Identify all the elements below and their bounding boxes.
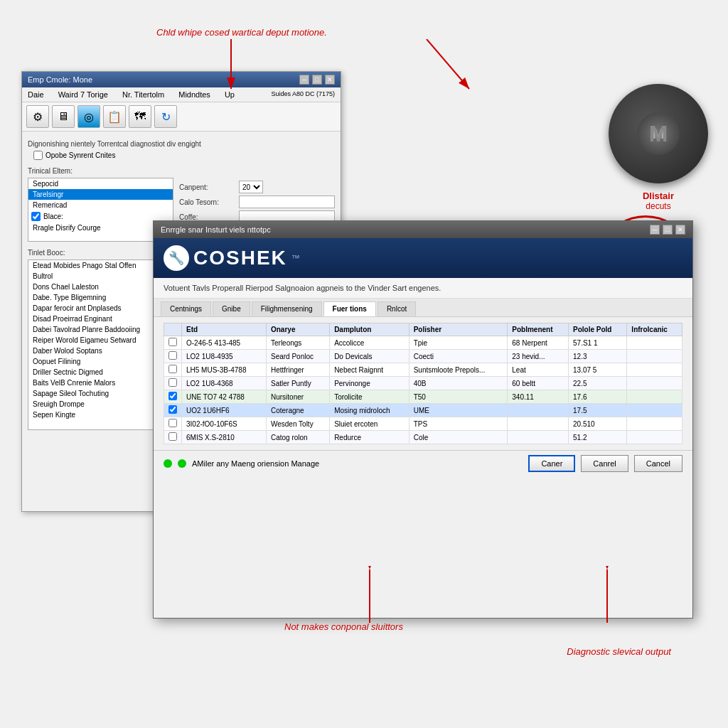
bottom-annotation-1: Not makes conponal sluittors	[284, 621, 403, 632]
cell-polisher-6: TPS	[409, 417, 508, 431]
table-row[interactable]: UO2 1U6HF6 Coteragne Mosing midroloch UM…	[164, 404, 682, 417]
device-label: Dlistair	[643, 191, 674, 201]
cancel-button[interactable]: Cancel	[634, 455, 682, 472]
menu-daie[interactable]: Daie	[25, 89, 47, 100]
table-row[interactable]: 3I02-fO0-10F6S Wesden Tolty Sluiet ercot…	[164, 417, 682, 431]
cell-etd-0: O-246-5 413-485	[182, 336, 267, 350]
tab-centnings[interactable]: Centnings	[161, 301, 211, 316]
dialog-table-content: Etd Onarye Dampluton Polisher Poblmenent…	[154, 317, 692, 450]
cell-polole-pold-4: 17.6	[569, 390, 627, 404]
title-bar-controls: ─ □ ✕	[299, 75, 335, 85]
table-row[interactable]: LO2 1U8-4935 Seard Ponloc Do Devicals Co…	[164, 350, 682, 363]
row-checkbox-6[interactable]	[168, 419, 177, 427]
table-body: O-246-5 413-485 Terleongs Accolicce Tpie…	[164, 336, 682, 444]
col-onarye: Onarye	[266, 323, 329, 336]
list-item-tarelsingr[interactable]: Tarelsingr	[28, 189, 173, 200]
cell-poblmenent-2: Leat	[508, 363, 569, 377]
close-button[interactable]: ✕	[325, 75, 335, 85]
dialog-maximize[interactable]: □	[663, 225, 673, 235]
cell-dampluton-1: Do Devicals	[330, 350, 410, 363]
cell-polisher-4: T50	[409, 390, 508, 404]
cell-etd-5: UO2 1U6HF6	[182, 404, 267, 417]
cell-polole-pold-3: 22.5	[569, 377, 627, 390]
campo-select[interactable]: 20	[239, 181, 263, 193]
toolbar-btn-3[interactable]: ◎	[77, 105, 100, 128]
cell-poblmenent-3: 60 beltt	[508, 377, 569, 390]
tab-filighmensening[interactable]: Filighmensening	[252, 301, 322, 316]
row-checkbox-0[interactable]	[168, 338, 177, 346]
table-row[interactable]: 6MIS X.S-2810 Catog rolon Redurce Cole 5…	[164, 431, 682, 444]
cell-polole-pold-2: 13.07 5	[569, 363, 627, 377]
cell-poblmenent-7	[508, 431, 569, 444]
cell-onarye-0: Terleongs	[266, 336, 329, 350]
caner-button[interactable]: Caner	[528, 455, 575, 472]
cell-poblmenent-5	[508, 404, 569, 417]
cell-polole-pold-5: 17.5	[569, 404, 627, 417]
coshek-logo: 🔧 COSHEK ™	[164, 245, 300, 271]
cell-polisher-2: Suntsmloote Prepols...	[409, 363, 508, 377]
list-item-sepocid[interactable]: Sepocid	[28, 178, 173, 189]
toolbar-btn-2[interactable]: 🖥	[52, 105, 75, 128]
table-row[interactable]: LO2 1U8-4368 Satler Puntly Pervinonge 40…	[164, 377, 682, 390]
table-row[interactable]: LH5 MUS-3B-4788 Hettfringer Nebect Raign…	[164, 363, 682, 377]
cell-infrolcanic-4	[627, 390, 682, 404]
calo-input[interactable]	[239, 196, 335, 208]
col-polisher: Polisher	[409, 323, 508, 336]
trinical-section-label: Trinical Eltem:	[28, 167, 173, 175]
cell-infrolcanic-2	[627, 363, 682, 377]
dialog-close[interactable]: ✕	[675, 225, 685, 235]
cell-poblmenent-1: 23 hevid...	[508, 350, 569, 363]
menu-midndtes[interactable]: Midndtes	[176, 89, 213, 100]
cell-polisher-3: 40B	[409, 377, 508, 390]
device-image-main: M	[609, 84, 708, 183]
list-item-rragle[interactable]: Rragle Disrify Courge	[28, 223, 173, 233]
toolbar-btn-1[interactable]: ⚙	[26, 105, 49, 128]
cell-dampluton-0: Accolicce	[330, 336, 410, 350]
row-checkbox-3[interactable]	[168, 378, 177, 387]
tab-rnlcot[interactable]: Rnlcot	[378, 301, 416, 316]
calo-label: Calo Tesorn:	[179, 198, 236, 206]
dialog-minimize[interactable]: ─	[650, 225, 660, 235]
row-checkbox-2[interactable]	[168, 365, 177, 373]
calo-row: Calo Tesorn:	[179, 196, 335, 208]
cell-infrolcanic-3	[627, 377, 682, 390]
list-item-remericad[interactable]: Remericad	[28, 200, 173, 210]
row-checkbox-5[interactable]	[168, 405, 177, 414]
blace-checkbox[interactable]	[31, 212, 41, 221]
blace-label: Blace:	[43, 213, 63, 220]
menu-waird[interactable]: Waird 7 Torige	[55, 89, 111, 100]
dialog-header: 🔧 COSHEK ™	[154, 238, 692, 278]
table-row[interactable]: O-246-5 413-485 Terleongs Accolicce Tpie…	[164, 336, 682, 350]
col-infrolcanic: Infrolcanic	[627, 323, 682, 336]
cell-etd-6: 3I02-fO0-10F6S	[182, 417, 267, 431]
canrel-button[interactable]: Canrel	[581, 455, 628, 472]
dialog-subtitle: Votuent Tavls Properall Rierpod Salgnoai…	[154, 278, 692, 299]
tab-gnibe[interactable]: Gnibe	[213, 301, 250, 316]
status-info: Suides A80 DC (7175)	[268, 89, 338, 100]
dialog-buttons: Caner Canrel Cancel	[528, 455, 682, 472]
cell-etd-3: LO2 1U8-4368	[182, 377, 267, 390]
campo-label: Canpent:	[179, 183, 236, 191]
cell-polisher-1: Coecti	[409, 350, 508, 363]
campo-row: Canpent: 20	[179, 181, 335, 193]
minimize-button[interactable]: ─	[299, 75, 309, 85]
toolbar-btn-5[interactable]: 🗺	[129, 105, 151, 128]
bottom-annotation-2: Diagnostic slevical output	[567, 646, 671, 657]
toolbar-btn-4[interactable]: 📋	[103, 105, 126, 128]
cell-poblmenent-0: 68 Nerpent	[508, 336, 569, 350]
row-checkbox-4[interactable]	[168, 392, 177, 400]
table-row[interactable]: UNE TO7 42 4788 Nursitoner Torolicite T5…	[164, 390, 682, 404]
row-checkbox-1[interactable]	[168, 351, 177, 360]
tab-fuer-tions[interactable]: Fuer tions	[323, 301, 376, 316]
dialog-tabs: Centnings Gnibe Filighmensening Fuer tio…	[154, 299, 692, 317]
cell-etd-2: LH5 MUS-3B-4788	[182, 363, 267, 377]
row-checkbox-7[interactable]	[168, 432, 177, 441]
maximize-button[interactable]: □	[312, 75, 322, 85]
menu-up[interactable]: Up	[222, 89, 237, 100]
options-checkbox[interactable]	[33, 151, 43, 160]
menu-nr[interactable]: Nr. Titertolm	[119, 89, 167, 100]
coshek-icon: 🔧	[164, 245, 189, 271]
cell-onarye-4: Nursitoner	[266, 390, 329, 404]
cell-infrolcanic-7	[627, 431, 682, 444]
toolbar-btn-6[interactable]: ↻	[154, 105, 177, 128]
